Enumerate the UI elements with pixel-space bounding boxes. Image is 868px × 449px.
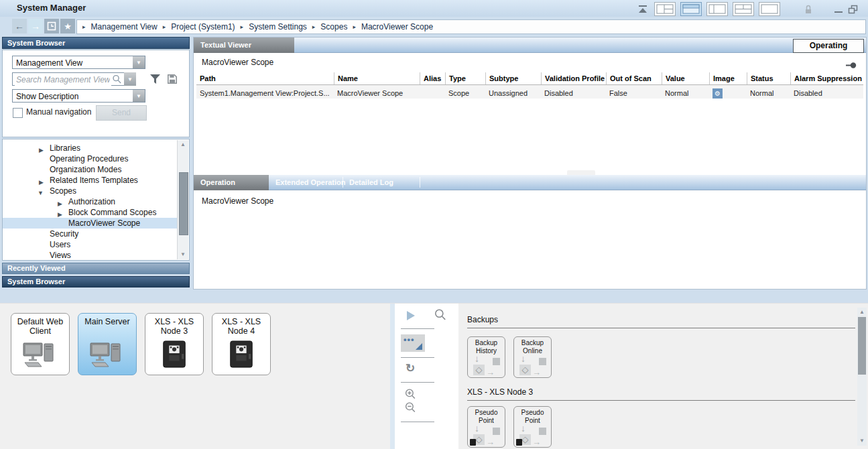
breadcrumb-item[interactable]: MacroViewer Scope [361, 22, 433, 31]
search-icon[interactable] [112, 74, 122, 87]
cell-out-of-scan: False [606, 85, 662, 99]
column-header[interactable]: Alarm Suppression [790, 72, 863, 84]
tree-item-operating-procedures[interactable]: Operating Procedures [3, 153, 177, 164]
macro-view-button-selected[interactable]: ••• [401, 334, 425, 352]
breadcrumb-item[interactable]: System Settings [249, 22, 307, 31]
breadcrumb-item[interactable]: Scopes [320, 22, 347, 31]
column-header[interactable]: Image [709, 72, 747, 84]
content-scrollbar[interactable]: ▲ ▼ [857, 308, 867, 446]
column-header[interactable]: Type [445, 72, 485, 84]
chevron-down-icon[interactable]: ▼ [133, 56, 145, 68]
forward-button[interactable]: → [28, 19, 43, 34]
scroll-up-icon[interactable]: ▲ [178, 140, 188, 149]
column-header[interactable]: Validation Profile [541, 72, 606, 84]
save-search-icon[interactable] [167, 74, 178, 87]
send-button[interactable]: Send [96, 105, 147, 121]
column-header[interactable]: Path [196, 72, 334, 84]
view-selector-dropdown[interactable]: Management View ▼ [12, 56, 145, 69]
filter-funnel-icon[interactable] [149, 74, 161, 87]
tree-scrollbar[interactable]: ▲ ▼ [177, 140, 188, 259]
manual-navigation-checkbox[interactable] [13, 108, 23, 118]
system-browser-header[interactable]: System Browser [2, 37, 190, 49]
tree-item-scopes[interactable]: ▼Scopes [3, 186, 177, 196]
back-button[interactable]: ← [12, 19, 27, 34]
cell-type: Scope [445, 85, 485, 99]
breadcrumb-item[interactable]: Management View [91, 22, 158, 31]
layout-horizontal-split-icon[interactable] [680, 2, 702, 16]
column-header[interactable]: Subtype [485, 72, 541, 84]
zoom-out-icon[interactable] [404, 401, 417, 417]
column-header[interactable]: Value [662, 72, 709, 84]
tree-item-macroviewer-scope[interactable]: MacroViewer Scope [3, 218, 177, 229]
card-pseudo-point-security[interactable]: Pseudo Point Security@... ↓ ◇ → [467, 406, 505, 448]
system-browser-panel: System Browser Management View ▼ ▼ Sho [2, 37, 190, 289]
card-backup-online[interactable]: Backup Online ↓ ◇ → [513, 336, 552, 378]
tab-detailed-log[interactable]: Detailed Log [349, 175, 393, 190]
column-header[interactable]: Name [334, 72, 420, 84]
scroll-down-icon[interactable]: ▼ [857, 436, 867, 446]
scrollbar-thumb[interactable] [858, 317, 866, 375]
display-mode-dropdown[interactable]: Show Description ▼ [12, 89, 145, 103]
restore-icon[interactable] [848, 5, 859, 14]
panel-device-icon [227, 340, 255, 371]
transfer-icon: ↓ ◇ → [472, 426, 503, 445]
system-nodes-area: Default Web Client Main Server XLS - XLS… [0, 304, 390, 449]
node-xls-node-3[interactable]: XLS - XLS Node 3 [145, 313, 204, 375]
column-header[interactable]: Out of Scan [606, 72, 662, 84]
section-title-backups: Backups [467, 315, 498, 324]
play-icon[interactable] [407, 311, 415, 320]
cell-image: ⚙ [709, 85, 747, 99]
table-row[interactable]: System1.Management View:Project.S... Mac… [196, 85, 863, 99]
macro-toolbar: ••• ↻ [395, 304, 458, 449]
breadcrumb-separator-icon: ▸ [353, 23, 356, 30]
system-manager-window: System Manager [0, 0, 868, 449]
scroll-down-icon[interactable]: ▼ [178, 250, 188, 259]
tree-item-block-command-scopes[interactable]: ▶Block Command Scopes [3, 207, 177, 218]
minimize-icon[interactable] [834, 5, 843, 13]
tab-divider [420, 177, 420, 188]
column-header[interactable]: Alias [420, 72, 445, 84]
layout-quad-icon[interactable] [654, 2, 676, 16]
tree-item-organization-modes[interactable]: Organization Modes [3, 164, 177, 175]
column-header[interactable]: Status [747, 72, 790, 84]
node-default-web-client[interactable]: Default Web Client [11, 313, 70, 375]
gears-icon[interactable]: ⚙ [712, 88, 723, 99]
tab-textual-viewer[interactable]: Textual Viewer [194, 38, 294, 53]
toolbar-divider [401, 382, 434, 383]
cell-path: System1.Management View:Project.S... [196, 85, 334, 99]
tree-item-security[interactable]: Security [3, 229, 177, 239]
tree-item-users[interactable]: Users [3, 239, 177, 250]
breadcrumb-separator-icon: ▸ [163, 23, 166, 30]
card-pseudo-point-supervisor[interactable]: Pseudo Point Supervisor... ↓ ◇ → [513, 406, 552, 448]
tree-item-libraries[interactable]: ▶Libraries [3, 143, 177, 153]
layout-top-bottom-icon[interactable] [733, 2, 754, 16]
tree-item-related-items-templates[interactable]: ▶Related Items Templates [3, 175, 177, 186]
refresh-icon[interactable]: ↻ [406, 361, 415, 375]
scrollbar-thumb[interactable] [179, 172, 188, 235]
collapse-top-icon[interactable] [636, 5, 649, 14]
chevron-down-icon[interactable]: ▼ [133, 90, 145, 102]
recently-viewed-accordion[interactable]: Recently Viewed [2, 263, 190, 274]
pin-icon[interactable] [846, 60, 857, 72]
title-bar: System Manager [0, 0, 868, 17]
card-backup-history[interactable]: Backup History ↓ ◇ → [467, 336, 505, 378]
node-main-server[interactable]: Main Server [78, 313, 137, 375]
tree-item-authorization[interactable]: ▶Authorization [3, 196, 177, 207]
layout-left-pane-icon[interactable] [706, 2, 728, 16]
tree-item-views[interactable]: Views [3, 250, 177, 261]
scroll-up-icon[interactable]: ▲ [857, 308, 867, 317]
tab-operation[interactable]: Operation [194, 175, 269, 190]
search-options-dropdown[interactable]: ▼ [124, 72, 136, 86]
layout-single-icon[interactable] [759, 2, 780, 16]
toolbar-divider [401, 357, 434, 358]
operating-mode-button[interactable]: Operating [793, 39, 864, 53]
table-header-row: Path Name Alias Type Subtype Validation … [196, 72, 863, 85]
favorites-star-icon[interactable]: ★ [60, 19, 75, 34]
search-icon[interactable] [434, 308, 447, 324]
node-xls-node-4[interactable]: XLS - XLS Node 4 [212, 313, 271, 375]
history-icon[interactable] [44, 19, 59, 34]
breadcrumb-item[interactable]: Project (System1) [171, 22, 235, 31]
search-input[interactable] [15, 74, 111, 86]
system-browser-accordion[interactable]: System Browser [2, 276, 190, 287]
tab-extended-operation[interactable]: Extended Operation [275, 175, 346, 190]
